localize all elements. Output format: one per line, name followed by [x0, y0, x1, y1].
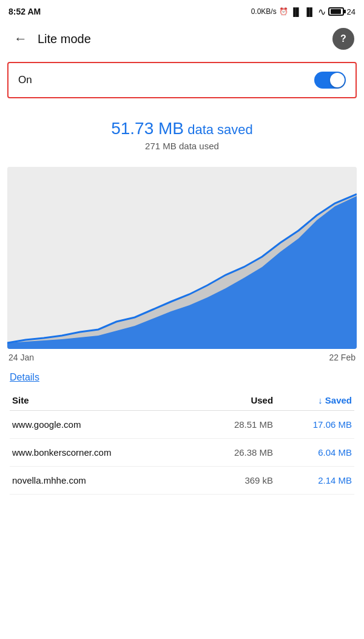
help-button[interactable]: ? — [332, 28, 354, 50]
table-header-row: Site Used ↓ Saved — [10, 390, 354, 411]
back-arrow-icon: ← — [14, 31, 27, 47]
table-row: www.google.com 28.51 MB 17.06 MB — [10, 411, 354, 439]
data-chart — [7, 167, 357, 349]
status-time: 8:52 AM — [8, 7, 41, 16]
status-bar: 8:52 AM 0.0KB/s ⏰ ▐▌ ▐▌ ∿ 24 — [0, 0, 364, 22]
cell-used: 26.38 MB — [197, 439, 275, 467]
cell-site: www.bonkerscorner.com — [10, 439, 197, 467]
help-icon: ? — [340, 33, 346, 44]
lite-mode-toggle[interactable] — [314, 72, 346, 89]
data-used-sub: 271 MB data used — [10, 141, 354, 151]
header: ← Lite mode ? — [0, 22, 364, 56]
cell-saved: 6.04 MB — [275, 439, 354, 467]
data-saved-section: 51.73 MB data saved 271 MB data used — [0, 104, 364, 157]
back-button[interactable]: ← — [10, 28, 32, 50]
battery-level: 24 — [347, 7, 356, 16]
data-table: Site Used ↓ Saved www.google.com 28.51 M… — [10, 390, 354, 495]
toggle-thumb — [330, 73, 345, 87]
table-row: www.bonkerscorner.com 26.38 MB 6.04 MB — [10, 439, 354, 467]
details-link[interactable]: Details — [10, 372, 39, 383]
cell-saved: 2.14 MB — [275, 467, 354, 495]
col-header-saved: ↓ Saved — [275, 390, 354, 411]
status-icons: 0.0KB/s ⏰ ▐▌ ▐▌ ∿ 24 — [251, 6, 356, 18]
signal-icon-1: ▐▌ — [291, 7, 302, 16]
cell-used: 369 kB — [197, 467, 275, 495]
cell-saved: 17.06 MB — [275, 411, 354, 439]
col-header-used: Used — [197, 390, 275, 411]
wifi-icon: ∿ — [318, 6, 326, 18]
alarm-icon: ⏰ — [279, 7, 288, 16]
battery-icon — [328, 7, 344, 16]
col-header-site: Site — [10, 390, 197, 411]
chart-end-date: 22 Feb — [329, 353, 356, 362]
down-arrow-header-icon: ↓ Saved — [318, 395, 352, 405]
page-title: Lite mode — [38, 32, 332, 46]
data-saved-main: 51.73 MB data saved — [10, 119, 354, 138]
table-row: novella.mhhe.com 369 kB 2.14 MB — [10, 467, 354, 495]
data-saved-amount: 51.73 MB — [111, 119, 184, 138]
details-section: Details Site Used ↓ Saved www.google.com… — [0, 366, 364, 495]
chart-dates: 24 Jan 22 Feb — [0, 349, 364, 366]
network-speed: 0.0KB/s — [251, 7, 277, 16]
toggle-label: On — [18, 74, 32, 86]
chart-start-date: 24 Jan — [8, 353, 34, 362]
signal-icon-2: ▐▌ — [304, 7, 315, 16]
cell-used: 28.51 MB — [197, 411, 275, 439]
lite-mode-toggle-row[interactable]: On — [7, 62, 357, 98]
cell-site: novella.mhhe.com — [10, 467, 197, 495]
cell-site: www.google.com — [10, 411, 197, 439]
data-saved-label: data saved — [187, 122, 253, 137]
